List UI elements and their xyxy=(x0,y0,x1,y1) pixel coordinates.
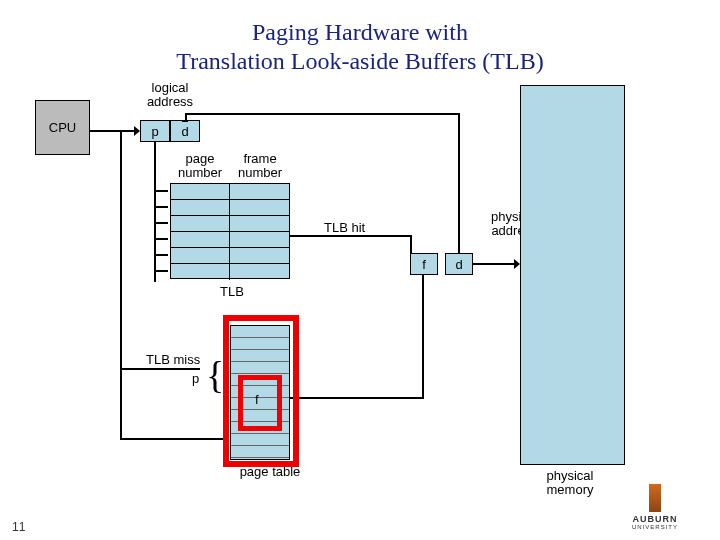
line-fan xyxy=(154,254,168,256)
line-d-down xyxy=(458,113,460,253)
university-logo: AUBURN UNIVERSITY xyxy=(610,484,700,530)
cpu-label: CPU xyxy=(49,120,76,135)
frame-number-header: frame number xyxy=(230,152,290,181)
logo-text: AUBURN xyxy=(610,514,700,524)
brace-icon: { xyxy=(206,353,224,397)
line-tlb-hit-down xyxy=(410,235,412,253)
line-p-down xyxy=(154,142,156,282)
physical-f-box: f xyxy=(410,253,438,275)
title-line-1: Paging Hardware with xyxy=(252,19,468,45)
d-label-2: d xyxy=(455,257,462,272)
tlb-row xyxy=(171,264,289,280)
tower-icon xyxy=(649,484,661,512)
physical-d-box: d xyxy=(445,253,473,275)
tlb-row xyxy=(171,184,289,200)
line-fan xyxy=(154,238,168,240)
tlb-table xyxy=(170,183,290,279)
line-miss-p xyxy=(120,368,200,370)
line-fan xyxy=(154,190,168,192)
logo-subtext: UNIVERSITY xyxy=(610,524,700,530)
p-brace-label: p xyxy=(192,372,199,386)
highlight-inner-box xyxy=(238,375,282,431)
tlb-label: TLB xyxy=(220,285,244,299)
logical-address-label: logical address xyxy=(135,81,205,110)
logical-p-box: p xyxy=(140,120,170,142)
page-number-header: page number xyxy=(170,152,230,181)
slide-title: Paging Hardware with Translation Look-as… xyxy=(0,18,720,76)
physical-memory-box xyxy=(520,85,625,465)
p-label: p xyxy=(151,124,158,139)
physical-memory-label: physical memory xyxy=(530,469,610,498)
tlb-row xyxy=(171,200,289,216)
cpu-box: CPU xyxy=(35,100,90,155)
line-tlb-hit xyxy=(290,235,410,237)
arrow-cpu-to-logical xyxy=(90,130,138,132)
title-line-2: Translation Look-aside Buffers (TLB) xyxy=(176,48,543,74)
f-label: f xyxy=(422,257,426,272)
line-fan xyxy=(154,222,168,224)
tlb-miss-label: TLB miss xyxy=(146,353,200,367)
tlb-diagram: CPU logical address p d page number fram… xyxy=(30,75,690,505)
tlb-hit-label: TLB hit xyxy=(324,221,365,235)
arrowhead-icon xyxy=(134,126,140,136)
slide-page-number: 11 xyxy=(12,520,25,534)
tlb-row xyxy=(171,232,289,248)
line-miss-right xyxy=(120,438,228,440)
page-table-label: page table xyxy=(235,465,305,479)
line-fan xyxy=(154,206,168,208)
d-label: d xyxy=(181,124,188,139)
line-fan xyxy=(154,270,168,272)
logical-d-box: d xyxy=(170,120,200,142)
line-pt-to-f xyxy=(290,397,424,399)
line-d-top xyxy=(185,113,460,115)
tlb-row xyxy=(171,248,289,264)
line-to-memory xyxy=(473,263,518,265)
line-pt-up xyxy=(422,275,424,399)
line-miss-down xyxy=(120,130,122,440)
tlb-row xyxy=(171,216,289,232)
